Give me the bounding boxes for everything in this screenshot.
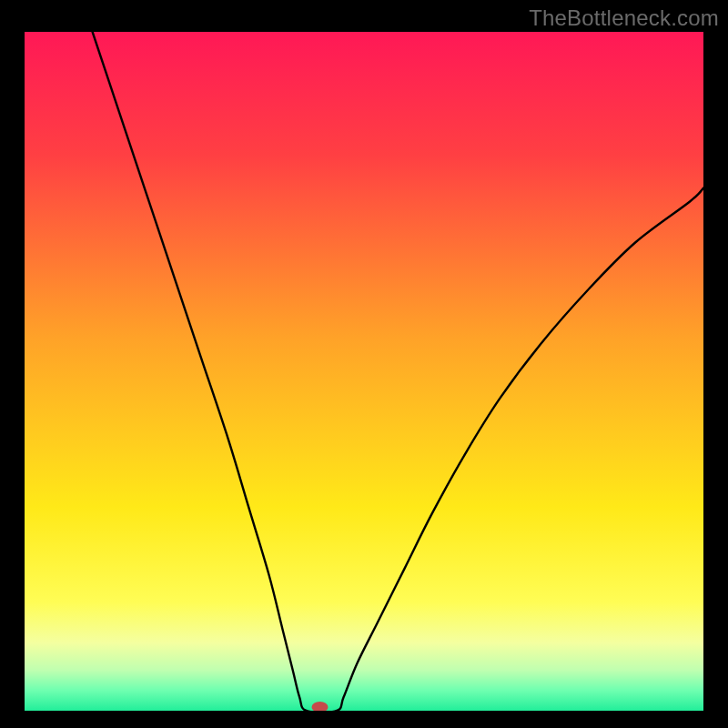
chart-frame: TheBottleneck.com (0, 0, 728, 728)
watermark-text: TheBottleneck.com (529, 5, 719, 31)
bottleneck-chart (25, 32, 703, 711)
